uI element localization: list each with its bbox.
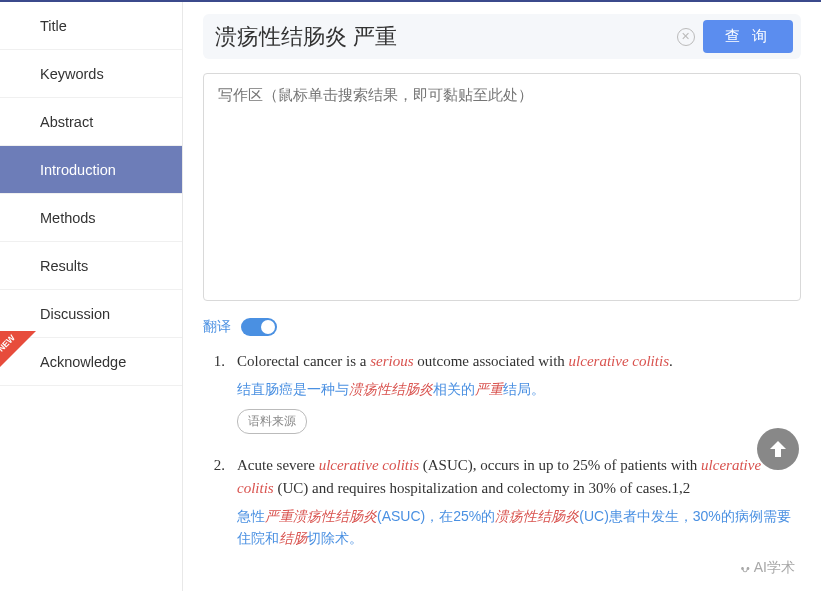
clear-icon[interactable]: ✕ <box>677 28 695 46</box>
sidebar: TitleKeywordsAbstractIntroductionMethods… <box>0 2 183 591</box>
main: ✕ 查 询 翻译 1.Colorectal cancer is a seriou… <box>183 2 821 591</box>
results-list: 1.Colorectal cancer is a serious outcome… <box>203 350 801 549</box>
watermark-text: AI学术 <box>754 559 795 577</box>
toggle-knob <box>261 320 275 334</box>
sidebar-item-discussion[interactable]: Discussion <box>0 290 182 338</box>
sidebar-item-introduction[interactable]: Introduction <box>0 146 182 194</box>
wechat-icon: •ᴗ• <box>741 563 748 574</box>
result-body: Colorectal cancer is a serious outcome a… <box>237 350 801 434</box>
search-input[interactable] <box>215 24 669 50</box>
sidebar-item-abstract[interactable]: Abstract <box>0 98 182 146</box>
watermark: •ᴗ• AI学术 <box>741 559 795 577</box>
writing-area[interactable] <box>203 73 801 301</box>
translate-row: 翻译 <box>203 318 801 336</box>
search-row: ✕ 查 询 <box>203 14 801 59</box>
result-english: Colorectal cancer is a serious outcome a… <box>237 350 801 373</box>
result-item[interactable]: 1.Colorectal cancer is a serious outcome… <box>207 350 801 434</box>
result-english: Acute severe ulcerative colitis (ASUC), … <box>237 454 801 501</box>
translate-label: 翻译 <box>203 318 231 336</box>
arrow-up-icon <box>766 437 790 461</box>
sidebar-item-title[interactable]: Title <box>0 2 182 50</box>
sidebar-item-results[interactable]: Results <box>0 242 182 290</box>
result-translation: 结直肠癌是一种与溃疡性结肠炎相关的严重结局。 <box>237 379 801 401</box>
sidebar-item-acknowledge[interactable]: Acknowledge <box>0 338 182 386</box>
result-item[interactable]: 2.Acute severe ulcerative colitis (ASUC)… <box>207 454 801 550</box>
scroll-top-button[interactable] <box>757 428 799 470</box>
result-translation: 急性严重溃疡性结肠炎(ASUC)，在25%的溃疡性结肠炎(UC)患者中发生，30… <box>237 506 801 549</box>
translate-toggle[interactable] <box>241 318 277 336</box>
result-number: 2. <box>207 454 225 550</box>
sidebar-item-keywords[interactable]: Keywords <box>0 50 182 98</box>
query-button[interactable]: 查 询 <box>703 20 793 53</box>
writing-area-wrap <box>203 73 801 304</box>
sidebar-item-methods[interactable]: Methods <box>0 194 182 242</box>
source-button[interactable]: 语料来源 <box>237 409 307 434</box>
result-number: 1. <box>207 350 225 434</box>
container: TitleKeywordsAbstractIntroductionMethods… <box>0 2 821 591</box>
result-body: Acute severe ulcerative colitis (ASUC), … <box>237 454 801 550</box>
